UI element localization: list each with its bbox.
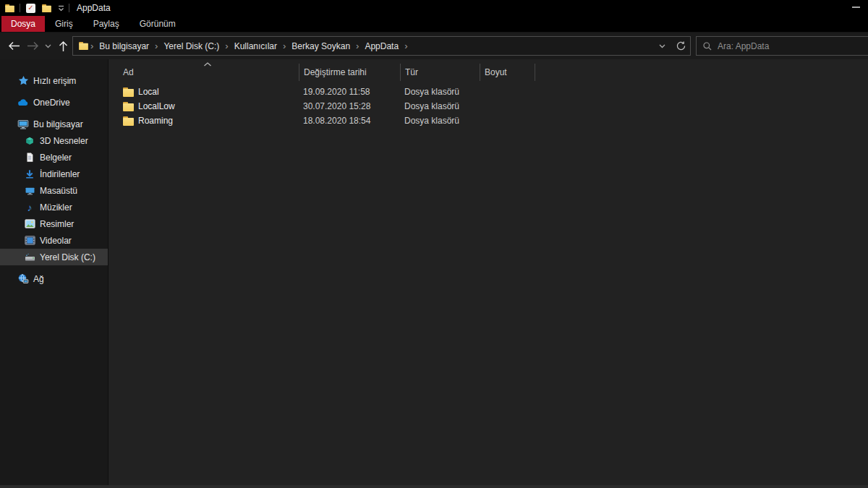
quick-access-toolbar: ✓ — [26, 4, 64, 13]
tab-dosya[interactable]: Dosya — [1, 16, 45, 32]
file-type: Dosya klasörü — [400, 101, 480, 111]
music-note-glyph: ♪ — [27, 202, 33, 213]
breadcrumb-item[interactable]: Bu bilgisayar — [95, 41, 153, 51]
file-rows: Local 19.09.2020 11:58 Dosya klasörü Loc… — [116, 85, 868, 128]
breadcrumb-chevron-icon[interactable]: › — [89, 41, 95, 51]
onedrive-cloud-icon — [17, 97, 29, 108]
navigation-pane: Hızlı erişim OneDrive Bu bilgisayar 3D N… — [0, 59, 108, 485]
sidebar-item-resimler[interactable]: Resimler — [0, 215, 108, 232]
file-row-roaming[interactable]: Roaming 18.08.2020 18:54 Dosya klasörü — [116, 114, 868, 128]
sidebar-item-hizli-erisim[interactable]: Hızlı erişim — [0, 72, 108, 89]
desktop-icon — [24, 185, 35, 197]
ribbon-tab-bar: Dosya Giriş Paylaş Görünüm — [0, 16, 868, 33]
file-modified: 19.09.2020 11:58 — [299, 87, 400, 97]
recent-locations-chevron-icon[interactable] — [42, 37, 54, 56]
file-list-pane: Ad Değiştirme tarihi Tür Boyut Local 19.… — [109, 59, 868, 485]
search-input[interactable] — [718, 41, 864, 51]
column-header-label: Boyut — [485, 67, 507, 77]
titlebar: ✓ AppData — [0, 0, 868, 16]
sidebar-item-yerel-disk-c[interactable]: Yerel Disk (C:) — [0, 249, 108, 265]
sidebar-item-label: Yerel Disk (C:) — [40, 252, 95, 262]
folder-icon — [123, 116, 134, 126]
breadcrumb-chevron-icon[interactable]: › — [354, 41, 360, 51]
folder-icon — [123, 87, 134, 97]
breadcrumb-chevron-icon[interactable]: › — [403, 41, 409, 51]
titlebar-separator — [20, 4, 20, 12]
documents-icon — [24, 152, 35, 163]
file-type: Dosya klasörü — [400, 87, 480, 97]
music-icon: ♪ — [24, 202, 35, 213]
breadcrumb-chevron-icon[interactable]: › — [281, 41, 287, 51]
pictures-icon — [24, 218, 35, 230]
videos-icon — [24, 235, 35, 247]
breadcrumb-item[interactable]: Yerel Disk (C:) — [159, 41, 224, 51]
refresh-button[interactable] — [671, 37, 690, 56]
breadcrumb-item[interactable]: AppData — [360, 41, 403, 51]
column-header-boyut[interactable]: Boyut — [480, 64, 535, 81]
folder-icon — [123, 102, 134, 111]
computer-icon — [17, 119, 29, 130]
sidebar-item-3d-nesneler[interactable]: 3D Nesneler — [0, 132, 108, 149]
sidebar-item-label: OneDrive — [33, 98, 70, 108]
window-title: AppData — [77, 3, 111, 13]
sidebar-item-onedrive[interactable]: OneDrive — [0, 94, 108, 111]
column-headers: Ad Değiştirme tarihi Tür Boyut — [116, 64, 535, 81]
file-name: Roaming — [138, 116, 173, 126]
column-header-ad[interactable]: Ad — [116, 64, 299, 81]
sidebar-item-label: Ağ — [33, 274, 44, 284]
file-explorer-window: { "colors": { "accent_red": "#b01528", "… — [0, 0, 868, 488]
file-row-locallow[interactable]: LocalLow 30.07.2020 15:28 Dosya klasörü — [116, 99, 868, 114]
breadcrumb-item[interactable]: Kullanıcılar — [230, 41, 281, 51]
tab-giris[interactable]: Giriş — [45, 16, 83, 32]
search-box[interactable] — [696, 36, 868, 56]
sidebar-item-label: Belgeler — [40, 153, 72, 163]
quick-access-star-icon — [17, 75, 29, 87]
network-icon — [17, 273, 29, 285]
back-button[interactable] — [4, 37, 23, 56]
qat-customize-chevron-icon[interactable] — [58, 5, 64, 12]
file-row-local[interactable]: Local 19.09.2020 11:58 Dosya klasörü — [116, 85, 868, 99]
sidebar-item-muzikler[interactable]: ♪ Müzikler — [0, 199, 108, 215]
column-header-tur[interactable]: Tür — [400, 64, 480, 81]
tab-paylas[interactable]: Paylaş — [83, 16, 129, 32]
column-header-label: Değiştirme tarihi — [304, 67, 367, 77]
sidebar-item-label: Resimler — [40, 219, 74, 229]
sidebar-item-label: Hızlı erişim — [33, 76, 76, 86]
new-folder-icon[interactable] — [42, 4, 51, 12]
drive-icon — [24, 252, 35, 263]
search-icon — [703, 42, 712, 51]
sidebar-item-bu-bilgisayar[interactable]: Bu bilgisayar — [0, 116, 108, 132]
file-modified: 18.08.2020 18:54 — [299, 116, 400, 126]
sidebar-item-videolar[interactable]: Videolar — [0, 232, 108, 249]
minimize-button[interactable] — [843, 0, 868, 14]
forward-button[interactable] — [23, 37, 42, 56]
sidebar-item-label: Videolar — [40, 236, 72, 246]
breadcrumb-chevron-icon[interactable]: › — [153, 41, 159, 51]
file-modified: 30.07.2020 15:28 — [299, 101, 400, 111]
sidebar-item-label: Masaüstü — [40, 186, 77, 196]
sidebar-item-label: Müzikler — [40, 202, 72, 213]
sidebar-item-masaustu[interactable]: Masaüstü — [0, 182, 108, 199]
tab-gorunum[interactable]: Görünüm — [129, 16, 186, 32]
address-folder-icon — [79, 42, 88, 50]
sidebar-item-label: Bu bilgisayar — [33, 119, 83, 129]
status-bar — [0, 485, 868, 488]
breadcrumb-chevron-icon[interactable]: › — [224, 41, 229, 51]
navigation-bar: › Bu bilgisayar › Yerel Disk (C:) › Kull… — [0, 33, 868, 59]
column-header-label: Tür — [405, 67, 418, 77]
column-header-degistirme-tarihi[interactable]: Değiştirme tarihi — [299, 64, 400, 81]
breadcrumb-item[interactable]: Berkay Soykan — [287, 41, 354, 51]
up-button[interactable] — [54, 37, 72, 56]
file-type: Dosya klasörü — [400, 116, 480, 126]
sidebar-item-label: 3D Nesneler — [40, 136, 88, 146]
sidebar-item-ag[interactable]: Ağ — [0, 270, 108, 287]
properties-check-icon[interactable]: ✓ — [26, 4, 35, 13]
app-folder-icon — [5, 4, 14, 12]
sort-ascending-icon — [203, 62, 211, 67]
sidebar-item-indirilenler[interactable]: İndirilenler — [0, 166, 108, 182]
check-glyph: ✓ — [27, 4, 33, 12]
address-bar[interactable]: › Bu bilgisayar › Yerel Disk (C:) › Kull… — [72, 36, 691, 56]
address-dropdown-chevron-icon[interactable] — [652, 37, 671, 56]
sidebar-item-belgeler[interactable]: Belgeler — [0, 149, 108, 166]
sidebar-item-label: İndirilenler — [40, 169, 80, 179]
